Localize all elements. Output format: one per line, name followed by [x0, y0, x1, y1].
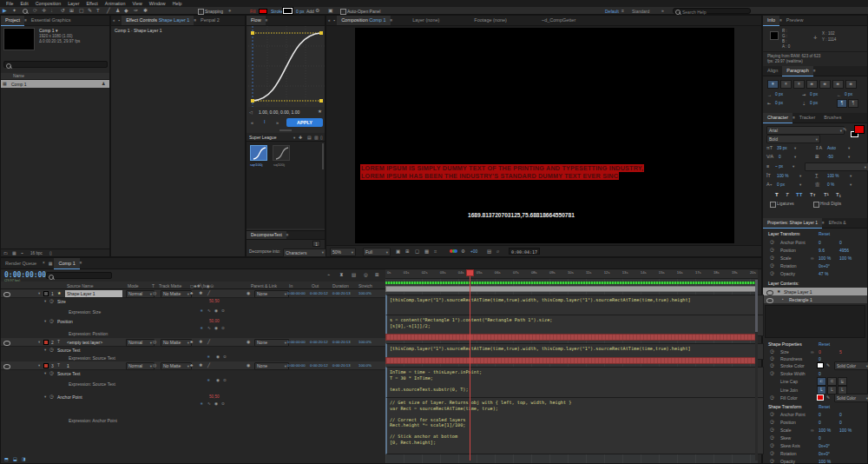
- expr-anchor-pickwhip-icon[interactable]: ◉: [214, 401, 218, 407]
- lt-scale-x[interactable]: 100 %: [819, 255, 831, 261]
- source-text3-label[interactable]: Source Text: [57, 371, 80, 376]
- baseline-shift-value[interactable]: 0 px: [777, 182, 785, 187]
- decompose-menu-icon[interactable]: ≡: [286, 233, 289, 238]
- st-anchor-x[interactable]: 0: [819, 412, 821, 417]
- tsume-caret[interactable]: ▾: [850, 182, 852, 187]
- indent-left-value[interactable]: 0 px: [775, 92, 783, 96]
- timeline-chevron-icon[interactable]: ×: [41, 261, 47, 266]
- sp-stroke-color-swatch[interactable]: [817, 362, 824, 368]
- shape-tool-icon[interactable]: ▢: [79, 8, 84, 13]
- anchor-prop-value[interactable]: 50,50: [209, 394, 220, 399]
- st-rotation-stopwatch-icon[interactable]: ◷: [770, 450, 774, 455]
- expr-size-enable-icon[interactable]: ≡: [201, 308, 203, 314]
- layer3-quality-icon[interactable]: ╱: [207, 362, 210, 368]
- layer1-stretch[interactable]: 100.0%: [358, 291, 372, 295]
- flow-preset-1[interactable]: [250, 145, 267, 161]
- layer3-stretch[interactable]: 100.0%: [358, 363, 372, 368]
- sp-stroke-width-stopwatch-icon[interactable]: ◷: [770, 370, 774, 375]
- expr-st3-pickwhip-icon[interactable]: ◉: [216, 378, 220, 383]
- anchor-stopwatch-icon[interactable]: ◷: [49, 394, 54, 399]
- lt-rotation-value[interactable]: 0x+0°: [819, 263, 830, 268]
- show-snapshot-icon[interactable]: ⌀: [496, 249, 499, 254]
- menu-composition[interactable]: Composition: [32, 1, 64, 6]
- new-comp-icon[interactable]: ▦: [12, 250, 16, 255]
- tab-effects[interactable]: Effects &: [825, 218, 851, 228]
- layer1-shy-icon[interactable]: ♣: [190, 290, 193, 295]
- expression-source-text3-label[interactable]: Expression: Source Text: [69, 381, 115, 387]
- viewer-timecode-box[interactable]: 0:00:04:17: [509, 248, 540, 255]
- st-skew-axis-stopwatch-icon[interactable]: ◷: [770, 442, 774, 447]
- leading-caret-icon[interactable]: ▾: [848, 146, 850, 150]
- sp-fill-eyedropper-icon[interactable]: ✎: [826, 394, 830, 400]
- layer2-duration[interactable]: 0:00:20:13: [332, 340, 351, 344]
- st-skew-axis-value[interactable]: 0x+0°: [819, 443, 830, 448]
- search-help-box[interactable]: Search Help: [673, 8, 751, 14]
- expression-position-label[interactable]: Expression: Position: [69, 331, 108, 336]
- layer2-parent-dropdown[interactable]: None▾: [254, 339, 289, 347]
- exposure-gear-icon[interactable]: ⚙: [461, 249, 465, 254]
- kerning-caret-icon[interactable]: ▾: [794, 155, 796, 159]
- sp-stroke-width-value[interactable]: 0: [819, 371, 821, 376]
- st-rotation-value[interactable]: 0x+0°: [819, 451, 830, 456]
- space-before-value[interactable]: 0 px: [810, 92, 818, 96]
- st-opacity-value[interactable]: 100 %: [819, 459, 831, 464]
- st-skew-value[interactable]: 0: [819, 435, 821, 441]
- all-caps-button[interactable]: TT: [796, 192, 802, 197]
- tab-flow[interactable]: Flow: [247, 16, 266, 25]
- faux-italic-button[interactable]: T: [786, 192, 789, 197]
- layer-row-2[interactable]: ▾ 2 T <empty text layer> Normal▾ ◎ No Ma…: [1, 338, 385, 347]
- first-line-indent-value[interactable]: 0 px: [775, 101, 783, 105]
- source-text3-stopwatch-icon[interactable]: ◷: [49, 370, 54, 375]
- layer3-parent-dropdown[interactable]: None▾: [254, 362, 289, 370]
- mask-visibility-icon[interactable]: ⊞: [405, 249, 410, 254]
- faux-bold-button[interactable]: T: [775, 192, 779, 197]
- layer1-parent-dropdown[interactable]: None▾: [254, 290, 289, 298]
- horizontal-scale-caret[interactable]: ▾: [850, 174, 852, 178]
- flow-library-caret-icon[interactable]: ▾: [293, 136, 295, 140]
- draft-3d-icon[interactable]: ♜: [339, 272, 344, 277]
- project-search-input[interactable]: [3, 61, 108, 68]
- layer3-out[interactable]: 0:00:20:12: [310, 363, 328, 368]
- layer2-quality-icon[interactable]: ╱: [207, 339, 210, 344]
- fill-color-swatch[interactable]: [259, 9, 267, 14]
- project-flowchart-icon[interactable]: ⌁: [21, 250, 23, 255]
- tsume-value[interactable]: 0 %: [827, 182, 834, 187]
- st-scale-stopwatch-icon[interactable]: ◷: [770, 427, 774, 432]
- exposure-value[interactable]: +00: [470, 249, 477, 254]
- layer2-matte-target-icon[interactable]: ◎: [153, 339, 156, 344]
- decompose-into-dropdown[interactable]: Characters▾: [283, 249, 326, 257]
- text-direction-ltr-button[interactable]: ¶: [837, 99, 847, 108]
- project-item-comp1[interactable]: ▦ Comp 1 ♟: [1, 80, 109, 88]
- vertical-scale-value[interactable]: 100 %: [777, 174, 789, 178]
- horizontal-scale-value[interactable]: 100 %: [827, 174, 839, 178]
- pan-camera-tool-icon[interactable]: ✚: [42, 8, 46, 13]
- flow-delete-icon[interactable]: ▯: [320, 135, 323, 140]
- snap-options-icon[interactable]: ⌖: [228, 8, 231, 13]
- selection-tool-icon[interactable]: ▶: [3, 8, 7, 13]
- tab-script-panel[interactable]: ~d_CompGetter: [537, 16, 580, 25]
- size-prop-label[interactable]: Size: [57, 299, 66, 304]
- baseline-shift-caret[interactable]: ▾: [799, 182, 801, 187]
- line-cap-projecting-button[interactable]: ⊑: [838, 377, 847, 386]
- snapshot-camera-icon[interactable]: ▤: [487, 249, 491, 254]
- flow-preset-2[interactable]: [273, 145, 290, 161]
- flow-edit-icon[interactable]: I: [264, 119, 266, 124]
- st-scale-link-icon[interactable]: ∞: [811, 428, 814, 433]
- col-stretch[interactable]: Stretch: [358, 283, 372, 288]
- sp-size-link-icon[interactable]: ∞: [811, 349, 814, 355]
- layer3-effects-icon[interactable]: ✱: [199, 362, 202, 368]
- layer1-duration[interactable]: 0:00:20:13: [332, 291, 351, 295]
- menu-file[interactable]: File: [3, 1, 17, 6]
- stroke-over-fill-dropdown[interactable]: ▾: [805, 162, 868, 171]
- trash-icon[interactable]: ▯: [49, 250, 52, 255]
- pen-tool-icon[interactable]: ✎: [88, 8, 92, 13]
- layer2-eye-icon[interactable]: [3, 341, 10, 346]
- tab-preview[interactable]: Preview: [782, 16, 808, 25]
- expr-st3-enable-icon[interactable]: ≡: [207, 378, 210, 383]
- layer3-name[interactable]: 1: [67, 363, 69, 368]
- lt-scale-stopwatch-icon[interactable]: ◷: [770, 255, 774, 260]
- layer1-name-box[interactable]: Shape Layer 1: [65, 290, 122, 297]
- lt-position-x[interactable]: 9.6: [819, 248, 825, 253]
- anchor-twirl-icon[interactable]: ▾: [44, 394, 46, 399]
- lt-opacity-stopwatch-icon[interactable]: ◷: [770, 270, 774, 275]
